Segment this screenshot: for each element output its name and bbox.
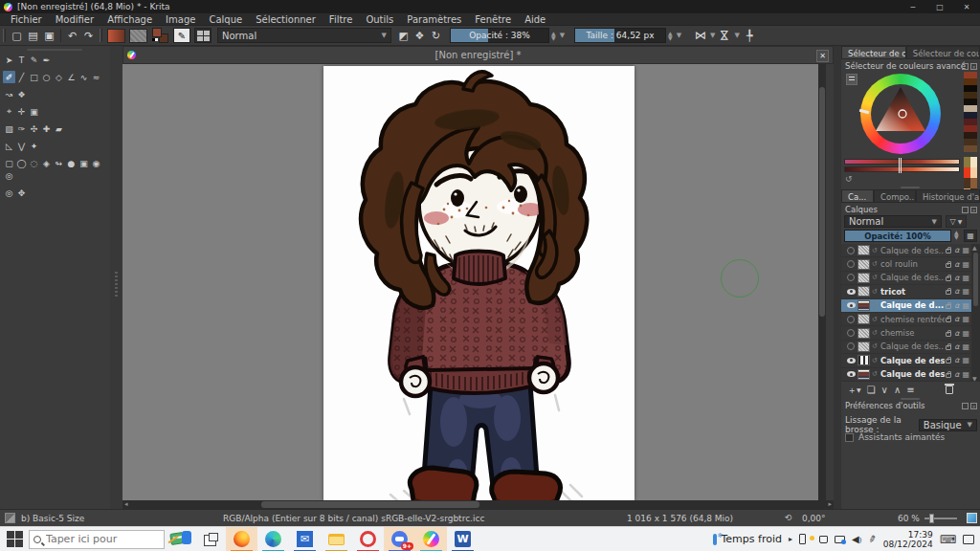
menu-affichage[interactable]: Affichage [100,13,159,26]
tool-freehand-selection[interactable]: ◈ [40,157,53,169]
tool-edit-shapes[interactable]: ✎ [28,54,40,66]
tool-reference-images[interactable]: ✦ [28,140,40,152]
zoom-to-fit-icon[interactable] [967,513,977,523]
layer-blending-mode-dropdown[interactable]: Normal ▼ [844,215,942,228]
move-layer-up-button[interactable]: ∧ [894,385,901,395]
chevron-down-icon[interactable]: ▼ [675,32,683,39]
tool-dynamic-brush[interactable]: ↝ [3,88,15,100]
clock[interactable]: 17:39 08/12/2024 [883,530,933,549]
vertical-scrollbar[interactable] [818,64,826,500]
layer-filter-button[interactable]: ▽ ▼ [946,215,967,228]
preserve-alpha-button[interactable]: ❖ [412,28,428,44]
menu-fenêtre[interactable]: Fenêtre [468,13,518,26]
layer-visible-icon[interactable] [847,358,856,364]
layer-inherit-alpha-icon[interactable]: ▦ [962,246,969,254]
dock-close-icon[interactable]: ✕ [970,403,977,409]
size-spinbox[interactable]: ▲▼ [666,31,675,40]
start-button[interactable] [0,527,29,551]
menu-paramètres[interactable]: Paramètres [400,13,468,26]
add-layer-button[interactable]: ＋▼ [847,384,861,397]
tool-magnetic-selection[interactable]: ◉ [90,157,102,169]
menu-fichier[interactable]: Fichier [4,13,49,26]
toolbox-splitter[interactable] [110,46,122,509]
tool-text[interactable]: T [15,54,28,66]
new-document-button[interactable]: ▢ [9,28,25,44]
document-titlebar[interactable]: [Non enregistré] * ✕ [122,46,834,64]
layer-alpha-icon[interactable]: α [954,342,959,351]
tab-compositions[interactable]: Compo... [874,189,916,203]
panel-splitter[interactable] [834,46,841,509]
taskbar-app-mail[interactable] [289,527,321,551]
layer-alpha-icon[interactable]: α [954,315,959,323]
brush-presets-button[interactable] [194,28,212,43]
onedrive-icon[interactable] [819,536,828,543]
tool-pan[interactable]: ✥ [15,187,28,199]
layer-hidden-icon[interactable] [847,329,855,337]
blending-mode-dropdown[interactable]: Normal ▼ [217,28,391,43]
notifications-icon[interactable] [963,535,974,544]
menu-image[interactable]: Image [159,13,202,26]
tool-move[interactable]: ✛ [15,105,28,118]
layer-lock-icon[interactable] [946,318,951,322]
hue-strip-2[interactable] [844,166,960,172]
tool-calligraphy[interactable]: ✒ [40,54,53,66]
canvas[interactable] [323,66,635,500]
phone-link-icon[interactable] [799,534,806,544]
tab-color-selector[interactable]: Sélecteur de co... [841,46,906,59]
toolbar-handle-2[interactable] [100,29,102,42]
snap-assistants-checkbox[interactable] [845,433,854,442]
pattern-chooser[interactable] [129,29,147,43]
layer-alpha-icon[interactable]: α [954,329,959,338]
recent-color-swatch[interactable] [964,157,970,167]
layer-alpha-icon[interactable]: α [954,356,959,364]
menu-sélectionner[interactable]: Sélectionner [249,13,323,26]
tool-colorize-mask[interactable]: ✚ [40,122,53,135]
tool-enclose-fill-selection[interactable]: ◎ [3,169,15,182]
history-color-swatch[interactable] [964,132,977,139]
layer-inherit-alpha-icon[interactable]: ▦ [962,342,969,351]
layer-row[interactable]: ↺Calque de des...α▦ [841,272,971,285]
wraparound-mode-button[interactable]: ╄ [742,28,758,44]
layer-inherit-alpha-icon[interactable]: ▦ [962,356,969,364]
layer-row[interactable]: ↺chemiseα▦ [841,326,971,340]
undo-button[interactable]: ↶ [64,28,80,44]
layer-lock-icon[interactable] [946,332,951,337]
tool-bezier-selection[interactable]: ▣ [78,157,90,169]
history-color-swatch[interactable] [964,139,977,145]
tool-zoom[interactable]: ◎ [3,187,15,199]
search-input[interactable] [46,533,146,545]
layer-inherit-alpha-icon[interactable]: ▦ [962,301,969,310]
brush-editor-button[interactable]: ✎ [173,28,190,43]
tool-gradient[interactable]: ▧ [3,122,15,135]
tool-measure[interactable]: ⋁ [15,140,28,152]
layer-hidden-icon[interactable] [847,316,855,323]
history-color-swatch[interactable] [964,105,977,112]
dock-float-icon[interactable] [962,63,969,70]
tool-freehand-brush[interactable]: ✐ [3,71,15,83]
layer-row[interactable]: ↺col roulinα▦ [841,257,971,271]
layer-list-scrollbar[interactable]: ▲▼ [971,244,980,382]
tool-polygon[interactable]: ◇ [53,71,65,83]
horizontal-scrollbar[interactable]: ◂ ▸ [122,500,834,509]
history-color-swatch[interactable] [964,99,977,105]
layer-row[interactable]: ↺chemise rentréeα▦ [841,313,971,326]
layer-alpha-icon[interactable]: α [954,246,959,254]
layer-properties-icon[interactable]: ≡ [906,385,914,395]
delete-layer-button[interactable] [946,386,953,394]
chevron-down-icon[interactable]: ▼ [558,32,567,39]
tool-polyline[interactable]: ∠ [65,71,78,83]
history-color-swatch[interactable] [964,119,977,125]
tool-fill[interactable]: ▰ [53,122,65,135]
layer-row[interactable]: ↺Calque de des...α▦ [841,244,971,257]
eraser-mode-button[interactable]: ◩ [395,28,412,44]
layer-lock-icon[interactable] [946,359,951,364]
layer-alpha-icon[interactable]: α [954,301,959,310]
layer-opacity-spinbox[interactable]: ▲▼ [952,230,961,239]
opacity-slider[interactable]: Opacité : 38% [450,28,549,43]
touch-keyboard-icon[interactable]: ⌨ [940,533,956,546]
tool-smart-patch[interactable]: ✣ [28,122,40,135]
canvas-viewport[interactable] [122,64,826,500]
recent-color-swatch[interactable] [970,167,977,178]
scroll-left-arrow[interactable]: ◂ [124,500,128,509]
layer-hidden-icon[interactable] [847,342,855,350]
